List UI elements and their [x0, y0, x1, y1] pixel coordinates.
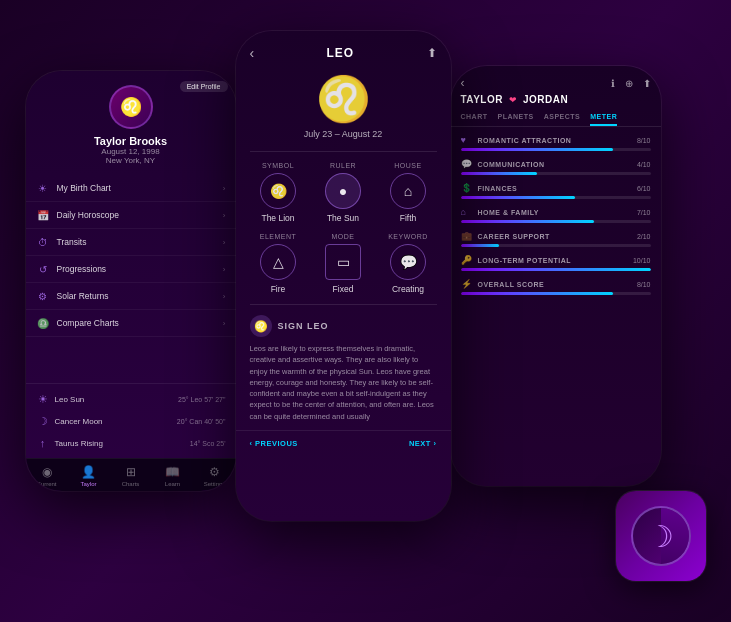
romantic-label: ROMANTIC ATTRACTION [478, 137, 632, 144]
edit-profile-button[interactable]: Edit Profile [180, 81, 228, 92]
romantic-bar-bg [461, 148, 651, 151]
nav-label-charts: Charts [122, 481, 140, 487]
meter-career: 💼 CAREER SUPPORT 2/10 [461, 231, 651, 247]
chevron-right-icon: › [223, 184, 226, 193]
menu-item-daily-horoscope[interactable]: 📅 Daily Horoscope › [26, 202, 236, 229]
symbol-label: SYMBOL [262, 162, 294, 169]
progressions-icon: ↺ [36, 262, 50, 276]
mode-label: MODE [332, 233, 355, 240]
mode-icon: ▭ [325, 244, 361, 280]
app-icon[interactable]: ☽ [616, 491, 706, 581]
menu-item-transits[interactable]: ⏱ Transits › [26, 229, 236, 256]
home-label: HOME & FAMILY [478, 209, 632, 216]
sign-dates: July 23 – August 22 [236, 129, 451, 139]
menu-label-solar-returns: Solar Returns [57, 291, 223, 301]
learn-icon: 📖 [165, 465, 180, 479]
tab-meter[interactable]: METER [590, 113, 617, 126]
share-icon[interactable]: ⬆ [643, 78, 651, 89]
user-name: Taylor Brooks [94, 135, 167, 147]
info-icon[interactable]: ℹ [611, 78, 615, 89]
home-score: 7/10 [637, 209, 651, 216]
divider [250, 151, 437, 152]
compare-charts-icon: ♎ [36, 316, 50, 330]
current-icon: ◉ [42, 465, 52, 479]
right-tabs: CHART PLANETS ASPECTS METER [451, 109, 661, 127]
nav-item-charts[interactable]: ⊞ Charts [110, 465, 152, 487]
planet-list: ☀ Leo Sun 25° Leo 57' 27" ☽ Cancer Moon … [26, 383, 236, 458]
nav-item-learn[interactable]: 📖 Learn [152, 465, 194, 487]
previous-button[interactable]: ‹ PREVIOUS [250, 439, 298, 448]
overall-icon: ⚡ [461, 279, 473, 289]
menu-label-compare-charts: Compare Charts [57, 318, 223, 328]
sun-position: 25° Leo 57' 27" [178, 396, 226, 403]
home-icon: ⌂ [461, 207, 473, 217]
sun-label: Leo Sun [55, 395, 179, 404]
overall-bar-bg [461, 292, 651, 295]
heart-icon: ♥ [461, 135, 473, 145]
communication-bar-fill [461, 172, 537, 175]
overall-bar-fill [461, 292, 613, 295]
element-label: ELEMENT [260, 233, 297, 240]
finances-label: FINANCES [478, 185, 632, 192]
finances-icon: 💲 [461, 183, 473, 193]
menu-item-compare-charts[interactable]: ♎ Compare Charts › [26, 310, 236, 337]
career-icon: 💼 [461, 231, 473, 241]
profile-header: Edit Profile ♌ Taylor Brooks August 12, … [26, 71, 236, 173]
tab-chart[interactable]: CHART [461, 113, 488, 126]
sign-section-icon: ♌ [250, 315, 272, 337]
communication-label: COMMUNICATION [478, 161, 632, 168]
rising-icon: ↑ [36, 436, 50, 450]
meter-home-family: ⌂ HOME & FAMILY 7/10 [461, 207, 651, 223]
rising-position: 14° Sco 25' [190, 440, 226, 447]
romantic-bar-fill [461, 148, 613, 151]
sign-section: ♌ SIGN LEO [236, 315, 451, 343]
solar-returns-icon: ⚙ [36, 289, 50, 303]
grid-symbol: SYMBOL ♌ The Lion [246, 162, 311, 223]
back-arrow-icon[interactable]: ‹ [461, 76, 465, 90]
longterm-bar-bg [461, 268, 651, 271]
phone-mid: ‹ LEO ⬆ ♌ July 23 – August 22 SYMBOL ♌ T… [236, 31, 451, 521]
chevron-right-icon: › [223, 265, 226, 274]
compatibility-names: TAYLOR ❤ JORDAN [451, 94, 661, 109]
planet-rising: ↑ Taurus Rising 14° Sco 25' [26, 432, 236, 454]
settings-icon: ⚙ [209, 465, 220, 479]
mid-screen: ‹ LEO ⬆ ♌ July 23 – August 22 SYMBOL ♌ T… [236, 31, 451, 521]
finances-bar-fill [461, 196, 575, 199]
symbol-icon: ♌ [260, 173, 296, 209]
element-value: Fire [271, 284, 286, 294]
longterm-label: LONG-TERM POTENTIAL [478, 257, 628, 264]
menu-item-birth-chart[interactable]: ☀ My Birth Chart › [26, 175, 236, 202]
house-icon: ⌂ [390, 173, 426, 209]
keyword-label: KEYWORD [388, 233, 428, 240]
nav-item-settings[interactable]: ⚙ Settings [194, 465, 236, 487]
divider2 [250, 304, 437, 305]
meter-communication: 💬 COMMUNICATION 4/10 [461, 159, 651, 175]
birth-chart-icon: ☀ [36, 181, 50, 195]
home-bar-fill [461, 220, 594, 223]
communication-icon: 💬 [461, 159, 473, 169]
menu-item-progressions[interactable]: ↺ Progressions › [26, 256, 236, 283]
next-button[interactable]: NEXT › [409, 439, 437, 448]
menu-item-solar-returns[interactable]: ⚙ Solar Returns › [26, 283, 236, 310]
grid-element: ELEMENT △ Fire [246, 233, 311, 294]
tab-planets[interactable]: PLANETS [498, 113, 534, 126]
back-arrow-icon[interactable]: ‹ [250, 45, 255, 61]
mid-topbar: ‹ LEO ⬆ [236, 31, 451, 65]
search-icon[interactable]: ⊕ [625, 78, 633, 89]
share-icon[interactable]: ⬆ [427, 46, 437, 60]
heart-icon: ❤ [509, 95, 517, 105]
charts-icon: ⊞ [126, 465, 136, 479]
moon-icon: ☽ [36, 414, 50, 428]
phone-left: Edit Profile ♌ Taylor Brooks August 12, … [26, 71, 236, 491]
mode-value: Fixed [333, 284, 354, 294]
tab-aspects[interactable]: ASPECTS [544, 113, 581, 126]
romantic-score: 8/10 [637, 137, 651, 144]
right-screen: ‹ ℹ ⊕ ⬆ TAYLOR ❤ JORDAN CHART PLANETS AS… [451, 66, 661, 486]
chevron-right-icon: › [223, 238, 226, 247]
nav-label-learn: Learn [165, 481, 180, 487]
menu-label-transits: Transits [57, 237, 223, 247]
communication-bar-bg [461, 172, 651, 175]
nav-item-current[interactable]: ◉ Current [26, 465, 68, 487]
nav-item-taylor[interactable]: 👤 Taylor [68, 465, 110, 487]
nav-label-settings: Settings [204, 481, 226, 487]
